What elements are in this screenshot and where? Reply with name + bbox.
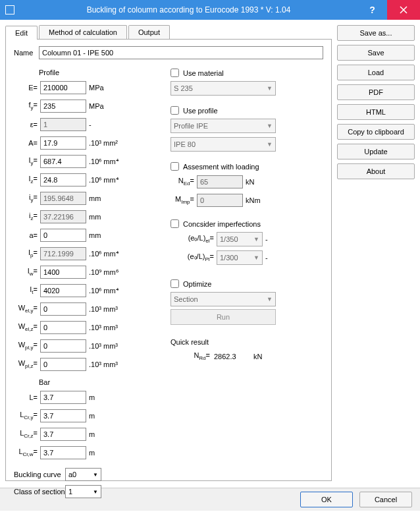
quick-result-title: Quick result: [171, 338, 309, 346]
use-material-label: Use material: [183, 69, 224, 77]
html-button[interactable]: HTML: [337, 104, 415, 120]
NEd-label: NEd=: [171, 177, 197, 186]
chevron-down-icon: ▼: [93, 472, 98, 478]
saveas-button[interactable]: Save as...: [337, 25, 415, 41]
cancel-button[interactable]: Cancel: [359, 492, 412, 507]
profile-title: Profile: [39, 69, 152, 76]
Iz-input[interactable]: [40, 173, 86, 186]
iz-input: [40, 210, 86, 223]
chevron-down-icon: ▼: [253, 236, 259, 243]
L-label: L=: [14, 393, 40, 401]
Wely-input[interactable]: [40, 302, 86, 316]
use-profile-label: Use profile: [183, 107, 218, 115]
iz-label: iz=: [14, 212, 40, 221]
titlebar: Buckling of coloumn according to Eurocod…: [0, 0, 420, 20]
side-buttons: Save as... Save Load PDF HTML Copy to cl…: [337, 25, 415, 482]
Iy-label: Iy=: [14, 156, 40, 166]
tab-method[interactable]: Method of calculation: [39, 25, 127, 39]
Wplz-input[interactable]: [40, 358, 86, 371]
optimize-checkbox[interactable]: [171, 279, 179, 288]
about-button[interactable]: About: [337, 163, 415, 179]
class-of-section-select[interactable]: 1▼: [65, 485, 101, 498]
It-label: It=: [14, 285, 40, 295]
Welz-label: Wel,z=: [14, 322, 40, 332]
close-icon: [400, 6, 407, 14]
Iw-label: Iw=: [14, 267, 40, 277]
eoLel-label: (e₀/L)el=: [171, 234, 217, 244]
E-unit: MPa: [89, 84, 128, 92]
copy-button[interactable]: Copy to clipboard: [337, 124, 415, 140]
Lcry-label: LCr,y=: [14, 411, 40, 420]
fy-input[interactable]: [40, 100, 86, 113]
NEd-input: [197, 175, 243, 188]
load-button[interactable]: Load: [337, 65, 415, 80]
Lcrz-label: LCr,z=: [14, 429, 40, 439]
Ip-input: [40, 247, 86, 260]
optimize-select[interactable]: Section▼: [171, 292, 276, 306]
E-label: E=: [14, 84, 40, 92]
pdf-button[interactable]: PDF: [337, 84, 415, 100]
Iw-input[interactable]: [40, 266, 86, 279]
run-button[interactable]: Run: [171, 309, 276, 325]
It-input[interactable]: [40, 284, 86, 297]
Wply-label: Wpl,y=: [14, 341, 40, 351]
window-title: Buckling of coloumn according to Eurocod…: [20, 5, 357, 14]
eoLpl-select[interactable]: 1/300▼: [217, 250, 263, 265]
material-select[interactable]: S 235▼: [171, 81, 276, 96]
use-material-checkbox[interactable]: [171, 69, 179, 77]
eps-label: ε=: [14, 121, 40, 129]
Iy-input[interactable]: [40, 155, 86, 168]
L-input[interactable]: [40, 391, 86, 404]
chevron-down-icon: ▼: [93, 489, 98, 495]
eps-input: [40, 118, 86, 131]
name-label: Name: [14, 49, 39, 57]
a-input[interactable]: [40, 229, 86, 242]
Lcrz-input[interactable]: [40, 428, 86, 441]
buckling-curve-select[interactable]: a0▼: [65, 468, 101, 481]
fy-label: fy=: [14, 101, 40, 111]
Lcry-input[interactable]: [40, 409, 86, 422]
A-label: A=: [14, 139, 40, 147]
eoLpl-label: (e₀/L)Pl=: [171, 252, 217, 262]
MImp-input: [197, 194, 243, 207]
chevron-down-icon: ▼: [253, 254, 259, 261]
profile-type-select[interactable]: Profile IPE▼: [171, 119, 276, 133]
bar-title: Bar: [39, 378, 152, 386]
Welz-input[interactable]: [40, 321, 86, 334]
help-button[interactable]: ?: [357, 0, 387, 20]
imperfections-checkbox[interactable]: [171, 219, 179, 228]
NRd-label: NRd=: [184, 351, 210, 361]
iy-input: [40, 192, 86, 205]
Wplz-label: Wpl,z=: [14, 359, 40, 369]
assessment-label: Assesment with loading: [183, 163, 259, 171]
NRd-value: 2862.3: [214, 353, 253, 360]
tabs: Edit Method of calculation Output: [5, 25, 332, 40]
assessment-checkbox[interactable]: [171, 162, 179, 171]
NRd-unit: kN: [253, 353, 262, 360]
update-button[interactable]: Update: [337, 144, 415, 159]
name-input[interactable]: [39, 46, 323, 59]
close-button[interactable]: [387, 0, 420, 20]
Wply-input[interactable]: [40, 339, 86, 353]
save-button[interactable]: Save: [337, 45, 415, 61]
Wely-label: Wel,y=: [14, 304, 40, 314]
imperfections-label: Concsider imperfections: [183, 220, 261, 228]
eoLel-select[interactable]: 1/350▼: [217, 232, 263, 246]
Lcrw-label: LCr,w=: [14, 447, 40, 457]
class-of-section-label: Class of section: [14, 488, 65, 496]
optimize-label: Optimize: [183, 280, 211, 288]
iy-label: iy=: [14, 193, 40, 203]
Ip-label: Ip=: [14, 248, 40, 258]
A-input[interactable]: [40, 136, 86, 150]
Lcrw-input[interactable]: [40, 446, 86, 459]
tab-edit[interactable]: Edit: [5, 26, 38, 40]
app-icon: [5, 5, 14, 14]
chevron-down-icon: ▼: [267, 85, 273, 92]
use-profile-checkbox[interactable]: [171, 106, 179, 115]
profile-section-select[interactable]: IPE 80▼: [171, 137, 276, 152]
Iz-label: Iz=: [14, 175, 40, 185]
buckling-curve-label: Buckling curve: [14, 471, 65, 478]
E-input[interactable]: [40, 81, 86, 94]
tab-output[interactable]: Output: [128, 25, 170, 39]
chevron-down-icon: ▼: [267, 141, 273, 148]
